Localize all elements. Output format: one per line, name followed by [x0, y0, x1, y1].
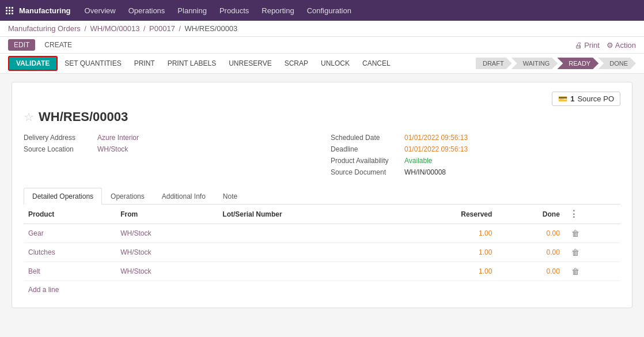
star-icon[interactable]: ☆ — [24, 110, 34, 124]
nav-products[interactable]: Products — [214, 4, 255, 17]
source-location-field: Source Location WH/Stock — [24, 145, 313, 153]
scheduled-date-value: 01/01/2022 09:56:13 — [404, 134, 468, 142]
breadcrumb: Manufacturing Orders / WH/MO/00013 / P00… — [0, 21, 644, 37]
source-po-label: Source PO — [577, 94, 614, 103]
status-bar: DRAFT WAITING READY DONE — [476, 58, 636, 69]
action-bar-right: 🖨 Print ⚙ Action — [575, 41, 636, 50]
breadcrumb-current: WH/RES/00003 — [185, 24, 238, 33]
tab-operations[interactable]: Operations — [102, 188, 153, 205]
print-button[interactable]: PRINT — [128, 57, 161, 70]
app-name: Manufacturing — [19, 6, 71, 15]
tab-detailed-operations[interactable]: Detailed Operations — [24, 188, 102, 205]
col-product: Product — [24, 205, 116, 224]
grid-icon — [6, 7, 13, 14]
table-row: Clutches WH/Stock 1.00 0.00 🗑 — [24, 243, 620, 262]
delete-button[interactable]: 🗑 — [569, 266, 582, 277]
source-po-count: 1 — [570, 94, 574, 103]
nav-overview[interactable]: Overview — [79, 4, 122, 17]
source-po-bar: 💳 1 Source PO — [24, 92, 620, 106]
gear-icon: ⚙ — [607, 41, 613, 50]
card-icon: 💳 — [558, 94, 567, 103]
table-row: Gear WH/Stock 1.00 0.00 🗑 — [24, 224, 620, 243]
edit-button[interactable]: EDIT — [8, 39, 35, 51]
fields-grid: Delivery Address Azure Interior Schedule… — [24, 134, 620, 176]
breadcrumb-wh-mo[interactable]: WH/MO/00013 — [90, 24, 139, 33]
cell-reserved: 1.00 — [393, 243, 497, 262]
cell-reserved: 1.00 — [393, 262, 497, 281]
deadline-field: Deadline 01/01/2022 09:56:13 — [331, 145, 620, 153]
unreserve-button[interactable]: UNRESERVE — [223, 57, 277, 70]
delete-button[interactable]: 🗑 — [569, 247, 582, 258]
cell-lot — [218, 262, 393, 281]
unlock-button[interactable]: UNLOCK — [315, 57, 355, 70]
tab-note[interactable]: Note — [214, 188, 246, 205]
cell-delete[interactable]: 🗑 — [565, 243, 620, 262]
tabs: Detailed Operations Operations Additiona… — [24, 188, 620, 205]
set-quantities-button[interactable]: SET QUANTITIES — [59, 57, 127, 70]
deadline-value: 01/01/2022 09:56:13 — [404, 145, 468, 153]
add-line-button[interactable]: Add a line — [24, 281, 63, 298]
breadcrumb-p00017[interactable]: P00017 — [149, 24, 175, 33]
nav-operations[interactable]: Operations — [123, 4, 171, 17]
product-availability-field: Product Availability Available — [331, 157, 620, 165]
scheduled-date-field: Scheduled Date 01/01/2022 09:56:13 — [331, 134, 620, 142]
delivery-address-value[interactable]: Azure Interior — [97, 134, 139, 142]
col-from: From — [116, 205, 218, 224]
topbar: Manufacturing Overview Operations Planni… — [0, 0, 644, 21]
toolbar: VALIDATE SET QUANTITIES PRINT PRINT LABE… — [0, 54, 644, 74]
cell-from[interactable]: WH/Stock — [116, 243, 218, 262]
table-row: Belt WH/Stock 1.00 0.00 🗑 — [24, 262, 620, 281]
col-done: Done — [497, 205, 565, 224]
cell-reserved: 1.00 — [393, 224, 497, 243]
cell-lot — [218, 243, 393, 262]
cell-from[interactable]: WH/Stock — [116, 224, 218, 243]
cell-done[interactable]: 0.00 — [497, 224, 565, 243]
cell-done[interactable]: 0.00 — [497, 243, 565, 262]
main-nav: Overview Operations Planning Products Re… — [79, 4, 357, 17]
nav-reporting[interactable]: Reporting — [256, 4, 300, 17]
cell-done[interactable]: 0.00 — [497, 262, 565, 281]
status-waiting[interactable]: WAITING — [512, 58, 558, 69]
cell-product[interactable]: Clutches — [24, 243, 116, 262]
tab-additional-info[interactable]: Additional Info — [153, 188, 214, 205]
source-po-badge[interactable]: 💳 1 Source PO — [552, 92, 620, 106]
delete-button[interactable]: 🗑 — [569, 228, 582, 239]
cell-from[interactable]: WH/Stock — [116, 262, 218, 281]
scrap-button[interactable]: SCRAP — [279, 57, 314, 70]
operations-table: Product From Lot/Serial Number Reserved … — [24, 205, 620, 281]
status-done[interactable]: DONE — [598, 58, 636, 69]
nav-planning[interactable]: Planning — [172, 4, 213, 17]
breadcrumb-manufacturing-orders[interactable]: Manufacturing Orders — [8, 24, 81, 33]
source-document-value: WH/IN/00008 — [404, 168, 446, 176]
main-content: 💳 1 Source PO ☆ WH/RES/00003 Delivery Ad… — [0, 74, 644, 333]
status-draft[interactable]: DRAFT — [476, 58, 512, 69]
record-title-row: ☆ WH/RES/00003 — [24, 109, 620, 124]
cell-delete[interactable]: 🗑 — [565, 224, 620, 243]
record-card: 💳 1 Source PO ☆ WH/RES/00003 Delivery Ad… — [12, 82, 632, 308]
col-actions: ⋮ — [565, 205, 620, 224]
print-button[interactable]: 🖨 Print — [575, 41, 600, 50]
action-bar: EDIT CREATE 🖨 Print ⚙ Action — [0, 37, 644, 54]
printer-icon: 🖨 — [575, 41, 582, 50]
kebab-icon[interactable]: ⋮ — [569, 209, 578, 219]
action-button[interactable]: ⚙ Action — [607, 41, 636, 50]
cell-delete[interactable]: 🗑 — [565, 262, 620, 281]
action-bar-left: EDIT CREATE — [8, 39, 78, 51]
cancel-button[interactable]: CANCEL — [357, 57, 396, 70]
product-availability-value: Available — [404, 157, 432, 165]
cell-product[interactable]: Belt — [24, 262, 116, 281]
cell-product[interactable]: Gear — [24, 224, 116, 243]
status-ready[interactable]: READY — [557, 58, 598, 69]
col-reserved: Reserved — [393, 205, 497, 224]
delivery-address-field: Delivery Address Azure Interior — [24, 134, 313, 142]
create-button[interactable]: CREATE — [39, 39, 78, 51]
validate-button[interactable]: VALIDATE — [8, 56, 58, 71]
app-logo[interactable]: Manufacturing — [6, 6, 71, 15]
cell-lot — [218, 224, 393, 243]
col-lot: Lot/Serial Number — [218, 205, 393, 224]
record-title: WH/RES/00003 — [39, 109, 128, 124]
source-location-value[interactable]: WH/Stock — [97, 145, 128, 153]
nav-configuration[interactable]: Configuration — [301, 4, 357, 17]
print-labels-button[interactable]: PRINT LABELS — [162, 57, 222, 70]
source-document-field: Source Document WH/IN/00008 — [331, 168, 620, 176]
